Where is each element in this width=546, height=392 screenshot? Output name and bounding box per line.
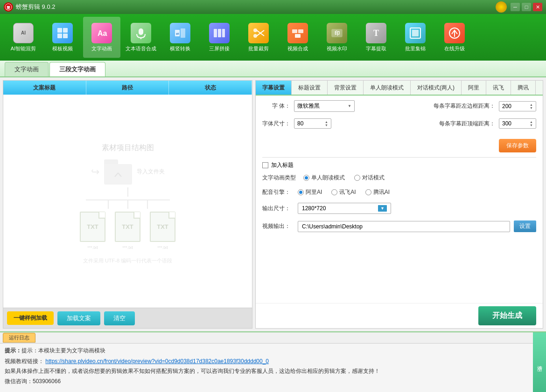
gold-icon [496,1,507,13]
output-size-dropdown[interactable]: 1280*720 ▼ [298,203,391,214]
template-icon [52,23,73,43]
triscreen-icon [209,23,230,43]
radio-xunfei-label: 讯飞AI [339,188,356,196]
margin-left-down[interactable]: ▼ [530,106,533,110]
add-title-label: 加入标题 [271,161,294,169]
margin-top-spinbox[interactable]: 300 ▲ ▼ [499,118,536,129]
app-logo: 蟹 [4,2,13,12]
file-drop-area[interactable]: 素材项目结构图 ↪ 导入文件夹 [3,95,252,308]
log-header: 运行日志 [0,332,533,344]
watermark-icon: 印 [327,23,347,43]
radio-xunfei[interactable]: 讯飞AI [331,188,356,196]
text-anim-label: 文字动画 [91,45,112,52]
tab-title-settings[interactable]: 标题设置 [292,81,328,95]
batch2-icon [405,23,426,43]
output-path-row: 视频输出： 设置 [262,220,536,232]
maximize-button[interactable]: □ [522,3,531,11]
tool-triscreen[interactable]: 三屏拼接 [201,17,238,58]
right-panel: 字幕设置 标题设置 背景设置 单人朗读模式 对话模式(两人) [255,80,543,329]
radio-dialog-circle [354,175,360,181]
col-title: 文案标题 [3,81,86,95]
tool-ai-mix[interactable]: AI AI智能混剪 [5,17,42,58]
sample-load-button[interactable]: 一键样例加载 [7,311,54,325]
font-size-up[interactable]: ▲ [325,120,328,124]
text-anim-icon: Aa [91,23,112,43]
tab-dialog-mode[interactable]: 对话模式(两人) [411,81,462,95]
svg-text:蟹: 蟹 [7,6,10,10]
output-size-row: 输出尺寸： 1280*720 ▼ [262,203,536,214]
tool-batch-cut[interactable]: 批量裁剪 [240,17,277,58]
tool-flip[interactable]: ⇄ 横竖转换 [161,17,199,58]
tab-tencent[interactable]: 腾讯 [511,81,536,95]
log-main: 运行日志 提示：提示：本模块主要为文字动画模块 视频教程链接： https://… [0,332,533,392]
tool-merge[interactable]: 视频合成 [279,17,316,58]
tab-xunfei[interactable]: 讯飞 [486,81,511,95]
tool-watermark[interactable]: 印 视频水印 [318,17,356,58]
close-button[interactable]: ✕ [533,3,542,11]
output-size-arrow: ▼ [378,205,387,212]
radio-solo[interactable]: 单人朗读模式 [303,174,345,182]
radio-ali-label: 阿里AI [306,188,322,196]
tool-template[interactable]: 模板视频 [44,17,81,58]
add-title-checkbox[interactable] [262,162,268,168]
title-bar-left: 蟹 螃蟹剪辑 9.0.2 [4,2,56,12]
diagram-title: 素材项目结构图 [102,143,154,153]
tool-tts[interactable]: 文本语音合成 [122,17,160,58]
load-script-button[interactable]: 加载文案 [57,311,100,325]
margin-left-up[interactable]: ▲ [530,103,533,106]
save-params-button[interactable]: 保存参数 [499,139,536,152]
log-video-link[interactable]: https://share.plvideo.cn/front/video/pre… [45,358,269,364]
log-clear-button[interactable]: 清空 [533,332,546,392]
batch-cut-label: 批量裁剪 [248,45,269,52]
col-status: 状态 [169,81,252,95]
tab-font-settings[interactable]: 字幕设置 [256,81,292,95]
font-select[interactable]: 微软雅黑 ▼ [294,100,355,112]
tab-solo-mode[interactable]: 单人朗读模式 [364,81,411,95]
start-generate-button[interactable]: 开始生成 [478,306,536,325]
log-feedback: 如果具体操作上面不懂的，或者说你想要的剪辑效果不知如何搭配剪辑方案的，可以咨询我… [5,367,528,376]
margin-left-label: 每条字幕距左边框距离： [430,102,495,110]
subtitle-icon: T [366,23,386,43]
output-path-input[interactable] [298,221,510,232]
radio-dialog[interactable]: 对话模式 [354,174,385,182]
svg-rect-7 [139,28,143,35]
margin-top-up[interactable]: ▲ [530,120,533,124]
radio-dialog-label: 对话模式 [362,174,385,182]
tts-label: 文本语音合成 [126,45,156,52]
svg-rect-4 [57,34,62,38]
radio-ali[interactable]: 阿里AI [298,188,322,196]
subtitle-label: 字幕提取 [366,45,386,52]
batch2-label: 批里集锦 [405,45,426,52]
font-size-down[interactable]: ▼ [325,124,328,127]
font-size-spinbox[interactable]: 80 ▲ ▼ [294,118,331,129]
divider1 [262,157,536,158]
radio-tencent[interactable]: 腾讯AI [365,188,390,196]
tool-text-anim[interactable]: Aa 文字动画 [83,17,120,58]
anim-type-row: 文字动画类型 单人朗读模式 对话模式 [262,174,536,182]
font-row: 字 体： 微软雅黑 ▼ 每条字幕距左边框距离： 200 ▲ [262,100,536,112]
minimize-button[interactable]: ─ [511,3,520,11]
tool-batch2[interactable]: 批里集锦 [397,17,434,58]
tab-three-seg[interactable]: 三段文字动画 [49,62,105,76]
tool-upgrade[interactable]: 在线升级 [436,17,473,58]
radio-solo-circle [303,175,309,181]
margin-top-down[interactable]: ▼ [530,124,533,127]
radio-xunfei-circle [331,189,337,195]
clear-left-button[interactable]: 清空 [104,311,135,325]
set-path-button[interactable]: 设置 [514,220,536,232]
radio-ali-circle [298,189,304,195]
log-tab[interactable]: 运行日志 [3,333,35,343]
log-area: 运行日志 提示：提示：本模块主要为文字动画模块 视频教程链接： https://… [0,331,546,392]
tab-text-anim[interactable]: 文字动画 [5,62,49,76]
ai-mix-label: AI智能混剪 [11,45,36,52]
tool-subtitle[interactable]: T 字幕提取 [357,17,395,58]
tab-ali[interactable]: 阿里 [462,81,486,95]
tab-bg-settings[interactable]: 背景设置 [328,81,364,95]
svg-line-30 [118,173,121,177]
svg-rect-14 [222,29,225,37]
settings-tabs: 字幕设置 标题设置 背景设置 单人朗读模式 对话模式(两人) [256,81,543,96]
anim-type-label: 文字动画类型 [262,174,296,182]
margin-left-spinbox[interactable]: 200 ▲ ▼ [499,101,536,111]
template-label: 模板视频 [52,45,73,52]
log-content: 提示：提示：本模块主要为文字动画模块 视频教程链接： https://share… [0,344,533,392]
